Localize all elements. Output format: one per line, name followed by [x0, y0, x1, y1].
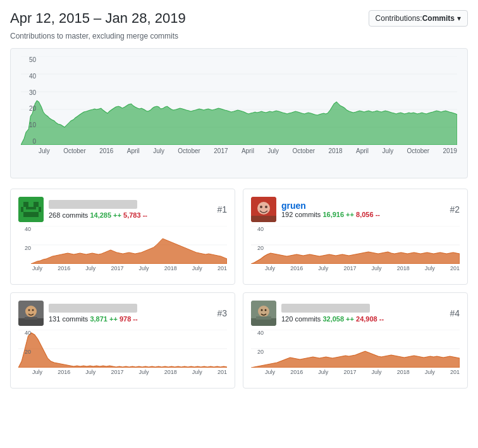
mini-y-labels-1: 40 20	[18, 226, 31, 264]
main-chart-container: 50 40 30 20 10 0 July October 2016 April…	[10, 48, 468, 178]
svg-rect-10	[23, 212, 39, 217]
avatar-2	[251, 197, 276, 222]
contributor-stats-2: 192 commits 16,916 ++ 8,056 --	[281, 211, 450, 218]
svg-point-29	[28, 309, 30, 311]
contributor-header-1: 268 commits 14,285 ++ 5,783 -- #1	[18, 197, 227, 222]
svg-point-21	[265, 206, 267, 208]
contributor-additions-1: 14,285 ++	[90, 211, 121, 219]
contributor-rank-2: #2	[450, 204, 460, 215]
svg-marker-17	[31, 239, 227, 264]
avatar-1	[18, 197, 44, 222]
page-header: Apr 12, 2015 – Jan 28, 2019 Contribution…	[10, 10, 468, 27]
contributors-grid: 268 commits 14,285 ++ 5,783 -- #1 40 20	[10, 189, 468, 389]
contributor-name-block-4: 120 commits 32,058 ++ 24,908 --	[281, 304, 450, 323]
contributor-header-2: gruen 192 commits 16,916 ++ 8,056 -- #2	[251, 197, 460, 222]
main-chart-svg	[21, 56, 457, 145]
contributor-rank-3: #3	[217, 308, 227, 318]
contributor-additions-2: 16,916 ++	[322, 211, 354, 218]
contributor-card-3: 131 commits 3,871 ++ 978 -- #3 40 20	[10, 292, 235, 389]
contributor-info-4: 120 commits 32,058 ++ 24,908 --	[251, 301, 450, 326]
contributor-header-4: 120 commits 32,058 ++ 24,908 -- #4	[251, 301, 460, 326]
svg-point-39	[261, 309, 263, 311]
avatar-4	[251, 301, 276, 326]
contributions-type: Commits	[422, 14, 455, 23]
avatar-3	[18, 301, 44, 326]
contributor-deletions-1: 5,783 --	[123, 211, 147, 219]
mini-chart-svg-3	[18, 330, 227, 368]
contributor-name-block-3: 131 commits 3,871 ++ 978 --	[49, 304, 217, 323]
mini-chart-4: 40 20 July 2016 July 2017 July 2018 July…	[251, 330, 460, 380]
mini-x-labels-1: July 2016 July 2017 July 2018 July 201	[18, 265, 227, 271]
contributor-card-4: 120 commits 32,058 ++ 24,908 -- #4 40 20	[243, 292, 468, 389]
svg-marker-26	[251, 252, 460, 264]
contributor-name-2[interactable]: gruen	[281, 201, 450, 211]
mini-chart-svg-1	[18, 226, 227, 264]
mini-chart-svg-4	[251, 330, 460, 368]
contributor-name-block-1: 268 commits 14,285 ++ 5,783 --	[49, 200, 217, 219]
contributor-commits-2: 192 commits	[281, 211, 321, 218]
contributor-rank-1: #1	[217, 204, 227, 215]
contributor-deletions-4: 24,908 --	[356, 315, 384, 323]
contributions-label: Contributions:	[376, 14, 422, 23]
mini-y-labels-3: 40 20	[18, 330, 31, 368]
contributor-stats-1: 268 commits 14,285 ++ 5,783 --	[49, 211, 217, 219]
svg-rect-9	[34, 202, 39, 207]
svg-rect-13	[39, 207, 41, 212]
mini-x-labels-4: July 2016 July 2017 July 2018 July 201	[251, 369, 460, 375]
contributor-deletions-2: 8,056 --	[356, 211, 380, 218]
mini-y-labels-2: 40 20	[251, 226, 264, 264]
svg-marker-36	[18, 333, 227, 368]
contributor-name-placeholder-4	[281, 304, 370, 313]
date-range: Apr 12, 2015 – Jan 28, 2019	[10, 10, 186, 27]
contributor-commits-4: 120 commits	[281, 315, 321, 323]
mini-chart-3: 40 20 July 2016 July 2017 July 2018 July…	[18, 330, 227, 380]
svg-point-40	[265, 309, 267, 311]
contributor-info-3: 131 commits 3,871 ++ 978 --	[18, 301, 217, 326]
contributor-info-2: gruen 192 commits 16,916 ++ 8,056 --	[251, 197, 450, 222]
svg-rect-32	[25, 317, 37, 320]
main-chart-x-labels: July October 2016 April July October 201…	[21, 147, 457, 154]
svg-point-30	[32, 309, 34, 311]
contributor-header-3: 131 commits 3,871 ++ 978 -- #3	[18, 301, 227, 326]
mini-chart-2: 40 20 July 2016 July 2017 July 2018 July…	[251, 226, 460, 277]
contributor-name-placeholder-1	[49, 200, 137, 209]
svg-rect-42	[256, 316, 271, 320]
contributor-name-block-2: gruen 192 commits 16,916 ++ 8,056 --	[281, 201, 450, 218]
mini-x-labels-2: July 2016 July 2017 July 2018 July 201	[251, 265, 460, 271]
page-subtitle: Contributions to master, excluding merge…	[10, 32, 468, 40]
mini-y-labels-4: 40 20	[251, 330, 264, 368]
contributor-rank-4: #4	[450, 308, 460, 318]
main-chart-y-labels: 50 40 30 20 10 0	[21, 56, 36, 145]
contributor-card-2: gruen 192 commits 16,916 ++ 8,056 -- #2 …	[243, 189, 468, 285]
contributor-additions-3: 3,871 ++	[90, 315, 117, 323]
main-chart-area: 50 40 30 20 10 0 July October 2016 April…	[21, 56, 457, 170]
contributor-additions-4: 32,058 ++	[322, 315, 354, 323]
mini-x-labels-3: July 2016 July 2017 July 2018 July 201	[18, 369, 227, 375]
svg-marker-6	[21, 101, 457, 145]
svg-point-20	[260, 206, 262, 208]
contributor-stats-4: 120 commits 32,058 ++ 24,908 --	[281, 315, 450, 323]
contributor-info-1: 268 commits 14,285 ++ 5,783 --	[18, 197, 217, 222]
mini-chart-1: 40 20 July 2016 July 2017 July 2018 July…	[18, 226, 227, 277]
contributor-commits-1: 268 commits	[49, 211, 88, 219]
contributor-name-placeholder-3	[49, 304, 137, 313]
contributor-deletions-3: 978 --	[120, 315, 138, 323]
svg-rect-22	[251, 216, 276, 222]
contributor-stats-3: 131 commits 3,871 ++ 978 --	[49, 315, 217, 323]
svg-rect-11	[26, 207, 36, 209]
contributor-commits-3: 131 commits	[49, 315, 88, 323]
contributions-dropdown[interactable]: Contributions: Commits ▾	[369, 10, 468, 27]
svg-marker-46	[251, 351, 460, 368]
mini-chart-svg-2	[251, 226, 460, 264]
svg-rect-12	[21, 207, 23, 212]
dropdown-caret-icon: ▾	[457, 14, 461, 23]
svg-rect-8	[23, 202, 28, 207]
contributor-card-1: 268 commits 14,285 ++ 5,783 -- #1 40 20	[10, 189, 235, 285]
